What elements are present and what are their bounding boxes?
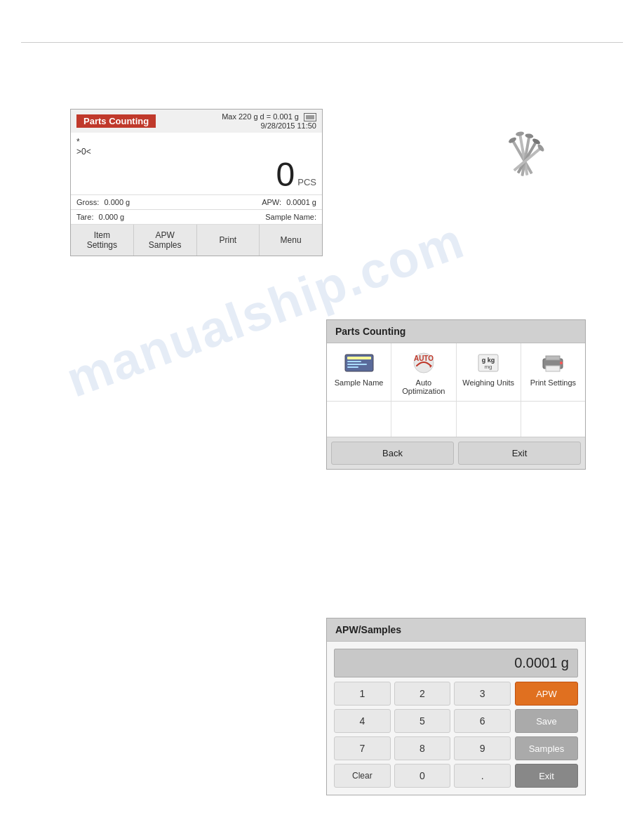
key-7[interactable]: 7 — [334, 736, 391, 760]
scale-header: Parts Counting Max 220 g d = 0.001 g 9/2… — [71, 110, 322, 133]
scale-data-row-1: Gross: 0.000 g APW: 0.0001 g — [71, 194, 322, 209]
scale-max-info: Max 220 g d = 0.001 g — [222, 112, 316, 121]
empty-cell-3 — [457, 402, 521, 437]
settings-print[interactable]: Print Settings — [521, 343, 585, 401]
svg-rect-14 — [347, 366, 358, 368]
settings-panel: Parts Counting Sample Name AUTO — [326, 319, 586, 470]
apw-value: 0.0001 g — [286, 198, 316, 206]
weigh-units-label: Weighing Units — [462, 378, 514, 387]
scale-value: 0 — [276, 158, 295, 192]
scale-sample-name: Sample Name: — [196, 213, 316, 221]
sample-name-icon — [344, 350, 375, 376]
svg-point-24 — [560, 362, 563, 364]
svg-rect-13 — [347, 364, 367, 365]
scale-asterisk: * — [76, 137, 316, 147]
settings-empty-row — [327, 402, 585, 437]
key-2[interactable]: 2 — [394, 682, 451, 706]
settings-back-button[interactable]: Back — [331, 442, 454, 465]
top-divider — [21, 42, 623, 43]
apw-button[interactable]: APW — [515, 682, 578, 706]
empty-cell-1 — [327, 402, 391, 437]
key-clear[interactable]: Clear — [334, 764, 391, 788]
scale-datetime: 9/28/2015 11:50 — [222, 121, 316, 130]
item-settings-button[interactable]: Item Settings — [71, 225, 134, 256]
svg-text:AUTO: AUTO — [414, 355, 434, 362]
key-3[interactable]: 3 — [454, 682, 511, 706]
scale-header-right: Max 220 g d = 0.001 g 9/28/2015 11:50 — [222, 112, 316, 130]
svg-point-5 — [525, 133, 534, 139]
apw-display: 0.0001 g — [334, 649, 578, 677]
sample-name-label: Sample Name: — [265, 213, 316, 221]
nails-svg — [490, 130, 560, 193]
key-5[interactable]: 5 — [394, 709, 451, 733]
svg-rect-11 — [347, 357, 371, 359]
settings-icons-row: Sample Name AUTO Auto Optimization g kg — [327, 343, 585, 402]
save-button[interactable]: Save — [515, 709, 578, 733]
auto-opt-label: Auto Optimization — [402, 378, 445, 395]
apw-numpad: 1 2 3 4 5 6 7 8 9 Clear 0 . — [334, 682, 511, 788]
settings-sample-name[interactable]: Sample Name — [327, 343, 391, 401]
scale-apw: APW: 0.0001 g — [196, 198, 316, 206]
weigh-units-icon: g kg mg — [473, 350, 504, 376]
gross-value: 0.000 g — [104, 198, 130, 206]
apw-samples-button[interactable]: APW Samples — [134, 225, 197, 256]
battery-icon — [304, 113, 316, 121]
key-4[interactable]: 4 — [334, 709, 391, 733]
apw-panel: APW/Samples 0.0001 g 1 2 3 4 5 6 7 8 9 C… — [326, 618, 586, 795]
apw-actions: APW Save Samples Exit — [515, 682, 578, 788]
exit-button[interactable]: Exit — [515, 764, 578, 788]
menu-button[interactable]: Menu — [260, 225, 322, 256]
svg-text:mg: mg — [485, 364, 492, 370]
gross-label: Gross: — [76, 198, 99, 206]
settings-footer: Back Exit — [327, 437, 585, 469]
scale-status: * >0< — [76, 135, 316, 158]
scale-zero-indicator: >0< — [76, 147, 316, 157]
key-dot[interactable]: . — [454, 764, 511, 788]
empty-cell-2 — [391, 402, 456, 437]
auto-opt-icon: AUTO — [408, 350, 439, 376]
key-0[interactable]: 0 — [394, 764, 451, 788]
scale-display: Parts Counting Max 220 g d = 0.001 g 9/2… — [70, 109, 323, 256]
settings-auto-opt[interactable]: AUTO Auto Optimization — [391, 343, 456, 401]
samples-button[interactable]: Samples — [515, 736, 578, 760]
key-1[interactable]: 1 — [334, 682, 391, 706]
key-6[interactable]: 6 — [454, 709, 511, 733]
nails-image — [490, 130, 560, 193]
print-settings-icon — [537, 350, 568, 376]
sample-name-label: Sample Name — [335, 378, 384, 387]
scale-tare: Tare: 0.000 g — [76, 213, 196, 221]
settings-exit-button[interactable]: Exit — [458, 442, 581, 465]
scale-body: * >0< — [71, 133, 322, 158]
print-settings-label: Print Settings — [530, 378, 576, 387]
svg-rect-23 — [546, 366, 560, 371]
scale-title: Parts Counting — [76, 114, 156, 128]
scale-gross: Gross: 0.000 g — [76, 198, 196, 206]
svg-rect-22 — [546, 356, 560, 360]
tare-value: 0.000 g — [99, 213, 125, 221]
key-8[interactable]: 8 — [394, 736, 451, 760]
svg-point-3 — [516, 131, 525, 137]
scale-unit: PCS — [297, 177, 316, 187]
apw-title: APW/Samples — [327, 618, 585, 642]
scale-buttons: Item Settings APW Samples Print Menu — [71, 224, 322, 256]
apw-label: APW: — [262, 198, 281, 206]
svg-rect-12 — [347, 361, 361, 362]
settings-weigh-units[interactable]: g kg mg Weighing Units — [457, 343, 521, 401]
key-9[interactable]: 9 — [454, 736, 511, 760]
settings-title: Parts Counting — [327, 320, 585, 343]
empty-cell-4 — [521, 402, 585, 437]
scale-reading-row: 0 PCS — [71, 158, 322, 194]
scale-data-row-2: Tare: 0.000 g Sample Name: — [71, 209, 322, 224]
print-button[interactable]: Print — [197, 225, 260, 256]
apw-keypad-area: 1 2 3 4 5 6 7 8 9 Clear 0 . APW Save Sam… — [327, 682, 585, 795]
tare-label: Tare: — [76, 213, 93, 221]
svg-text:g kg: g kg — [482, 357, 495, 364]
